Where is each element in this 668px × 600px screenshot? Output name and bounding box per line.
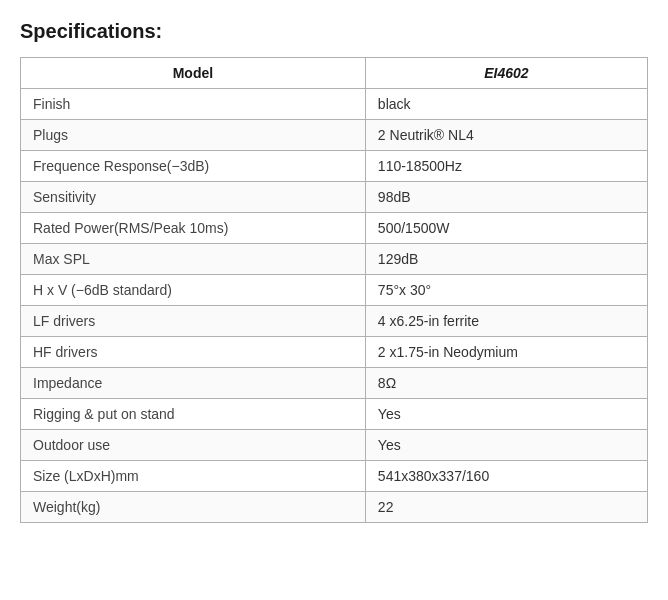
spec-label: Max SPL	[21, 244, 366, 275]
spec-value: 98dB	[365, 182, 647, 213]
spec-label: Weight(kg)	[21, 492, 366, 523]
spec-label: Finish	[21, 89, 366, 120]
spec-value: 75°x 30°	[365, 275, 647, 306]
table-row: Sensitivity98dB	[21, 182, 648, 213]
table-row: Impedance8Ω	[21, 368, 648, 399]
spec-label: LF drivers	[21, 306, 366, 337]
spec-value: 541x380x337/160	[365, 461, 647, 492]
spec-label: Sensitivity	[21, 182, 366, 213]
table-row: Size (LxDxH)mm541x380x337/160	[21, 461, 648, 492]
spec-value: 4 x6.25-in ferrite	[365, 306, 647, 337]
spec-value: 2 Neutrik® NL4	[365, 120, 647, 151]
table-row: Max SPL129dB	[21, 244, 648, 275]
spec-value: 110-18500Hz	[365, 151, 647, 182]
spec-label: Outdoor use	[21, 430, 366, 461]
table-row: Finishblack	[21, 89, 648, 120]
table-row: Plugs2 Neutrik® NL4	[21, 120, 648, 151]
spec-value: 22	[365, 492, 647, 523]
table-row: Weight(kg)22	[21, 492, 648, 523]
spec-label: Rigging & put on stand	[21, 399, 366, 430]
spec-value: Yes	[365, 399, 647, 430]
table-row: Rigging & put on standYes	[21, 399, 648, 430]
spec-label: H x V (−6dB standard)	[21, 275, 366, 306]
spec-label: Impedance	[21, 368, 366, 399]
spec-value: 129dB	[365, 244, 647, 275]
table-row: H x V (−6dB standard)75°x 30°	[21, 275, 648, 306]
spec-label: Plugs	[21, 120, 366, 151]
page-title: Specifications:	[20, 20, 648, 43]
specifications-table: Model EI4602 FinishblackPlugs2 Neutrik® …	[20, 57, 648, 523]
table-row: Frequence Response(−3dB)110-18500Hz	[21, 151, 648, 182]
table-row: LF drivers4 x6.25-in ferrite	[21, 306, 648, 337]
spec-value: black	[365, 89, 647, 120]
col-model-header: Model	[21, 58, 366, 89]
spec-label: Frequence Response(−3dB)	[21, 151, 366, 182]
spec-label: Rated Power(RMS/Peak 10ms)	[21, 213, 366, 244]
spec-label: HF drivers	[21, 337, 366, 368]
table-row: HF drivers2 x1.75-in Neodymium	[21, 337, 648, 368]
spec-value: 8Ω	[365, 368, 647, 399]
spec-value: Yes	[365, 430, 647, 461]
table-row: Rated Power(RMS/Peak 10ms)500/1500W	[21, 213, 648, 244]
spec-value: 500/1500W	[365, 213, 647, 244]
spec-value: 2 x1.75-in Neodymium	[365, 337, 647, 368]
spec-label: Size (LxDxH)mm	[21, 461, 366, 492]
table-row: Outdoor useYes	[21, 430, 648, 461]
table-header-row: Model EI4602	[21, 58, 648, 89]
col-value-header: EI4602	[365, 58, 647, 89]
